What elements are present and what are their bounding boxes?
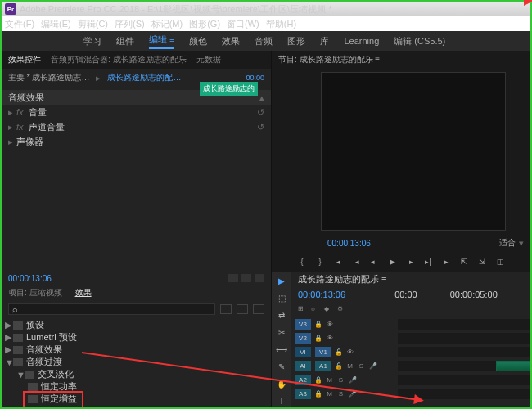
- track-label[interactable]: V2: [295, 333, 311, 344]
- effect-channel-volume[interactable]: ▸fx声道音量↺: [2, 119, 271, 134]
- pen-tool[interactable]: ✎: [275, 361, 288, 373]
- ws-cs55[interactable]: 编辑 (CS5.5): [394, 35, 445, 47]
- mute-icon[interactable]: M: [325, 375, 334, 384]
- export-frame-button[interactable]: ◫: [494, 256, 507, 267]
- track-lane[interactable]: [398, 333, 530, 344]
- lock-icon[interactable]: 🔒: [313, 334, 322, 343]
- icon-2[interactable]: [241, 274, 251, 282]
- mark-out-button[interactable]: }: [313, 256, 327, 267]
- menu-graphics[interactable]: 图形(G): [189, 18, 220, 30]
- goto-in-button[interactable]: |◂: [349, 256, 363, 267]
- track-label[interactable]: A3: [295, 389, 311, 399]
- timeline-timecode[interactable]: 00:00:13:06: [298, 290, 345, 299]
- ws-assembly[interactable]: 组件: [116, 35, 134, 47]
- mute-icon[interactable]: M: [325, 389, 334, 398]
- chevron-right-icon[interactable]: ▸: [8, 137, 13, 147]
- tab-audio-mixer[interactable]: 音频剪辑混合器: 成长路途励志的配乐: [51, 54, 187, 65]
- source-patch[interactable]: VI: [295, 347, 311, 357]
- chevron-down-icon[interactable]: ▼: [16, 370, 25, 380]
- eye-icon[interactable]: 👁: [345, 348, 354, 357]
- step-fwd-button[interactable]: ▸: [440, 256, 453, 267]
- track-label[interactable]: V1: [315, 347, 331, 357]
- lock-icon[interactable]: 🔒: [334, 362, 343, 371]
- play-button[interactable]: ▶: [385, 256, 399, 267]
- reset-icon[interactable]: ↺: [257, 107, 264, 118]
- mic-icon[interactable]: 🎤: [368, 362, 377, 371]
- slip-tool[interactable]: ⟷: [275, 344, 288, 356]
- track-v2[interactable]: V2🔒👁: [291, 331, 530, 344]
- breadcrumb-main[interactable]: 主要 * 成长路途励志…: [8, 72, 89, 83]
- ws-learn[interactable]: 学习: [83, 35, 101, 47]
- eye-icon[interactable]: 👁: [325, 320, 334, 329]
- razor-tool[interactable]: ✂: [275, 326, 288, 339]
- effect-panner[interactable]: ▸声像器: [2, 134, 271, 149]
- chevron-right-icon[interactable]: ▸: [8, 122, 13, 133]
- program-timecode[interactable]: 00:00:13:06: [327, 239, 371, 248]
- marker-icon[interactable]: ◆: [324, 305, 334, 313]
- menu-clip[interactable]: 剪辑(C): [78, 18, 108, 30]
- selection-tool[interactable]: ▶: [275, 275, 288, 287]
- snap-icon[interactable]: ⊞: [298, 305, 308, 313]
- track-lane[interactable]: [398, 375, 530, 385]
- lift-button[interactable]: ⇱: [458, 256, 471, 267]
- track-label[interactable]: A1: [315, 361, 331, 371]
- extract-button[interactable]: ⇲: [476, 256, 489, 267]
- preset-icon-3[interactable]: [253, 304, 264, 314]
- track-a2[interactable]: A2🔒MS🎤: [291, 373, 530, 386]
- source-timecode[interactable]: 00:00:13:06: [8, 274, 52, 283]
- chevron-down-icon[interactable]: ▾: [519, 238, 524, 249]
- breadcrumb-sub[interactable]: 成长路途励志的配…: [107, 72, 181, 83]
- track-v3[interactable]: V3🔒👁: [291, 317, 530, 330]
- ws-audio[interactable]: 音频: [255, 35, 273, 47]
- icon-1[interactable]: [228, 274, 238, 282]
- zoom-fit[interactable]: 适合: [499, 237, 516, 249]
- program-title[interactable]: 节目: 成长路途励志的配乐 ≡: [278, 54, 380, 65]
- lock-icon[interactable]: 🔒: [313, 320, 322, 329]
- track-v1[interactable]: VIV1🔒👁: [291, 345, 530, 358]
- solo-icon[interactable]: S: [336, 375, 345, 384]
- settings-icon[interactable]: ⚙: [337, 305, 347, 313]
- menu-sequence[interactable]: 序列(S): [115, 18, 145, 30]
- ws-editing[interactable]: 编辑: [149, 34, 174, 49]
- tree-audio-transitions[interactable]: ▼音频过渡: [2, 356, 271, 368]
- ripple-tool[interactable]: ⇄: [275, 309, 288, 321]
- icon-3[interactable]: [255, 274, 264, 282]
- step-back-button[interactable]: ◂: [331, 256, 345, 267]
- mark-in-button[interactable]: {: [295, 256, 309, 267]
- link-icon[interactable]: ⌾: [311, 305, 321, 313]
- chevron-right-icon[interactable]: ▶: [5, 332, 13, 343]
- track-lane[interactable]: [398, 361, 530, 371]
- lock-icon[interactable]: 🔒: [313, 389, 322, 398]
- solo-icon[interactable]: S: [357, 362, 366, 371]
- track-select-tool[interactable]: ⬚: [275, 292, 288, 304]
- program-viewer[interactable]: [321, 72, 506, 231]
- menu-marker[interactable]: 标记(M): [151, 18, 183, 30]
- mic-icon[interactable]: 🎤: [348, 375, 357, 384]
- tree-presets[interactable]: ▶预设: [2, 319, 271, 331]
- ws-color[interactable]: 颜色: [189, 35, 207, 47]
- audio-clip[interactable]: [496, 361, 532, 371]
- menu-file[interactable]: 文件(F): [5, 18, 34, 30]
- tab-project[interactable]: 项目: 压缩视频: [8, 287, 62, 299]
- tab-metadata[interactable]: 元数据: [196, 54, 221, 65]
- lock-icon[interactable]: 🔒: [334, 348, 343, 357]
- track-label[interactable]: V3: [295, 319, 311, 330]
- eye-icon[interactable]: 👁: [325, 334, 334, 343]
- tree-audio-effects[interactable]: ▶音频效果: [2, 344, 271, 356]
- ws-effects[interactable]: 效果: [222, 35, 240, 47]
- type-tool[interactable]: T: [275, 395, 288, 407]
- chevron-right-icon[interactable]: ▸: [8, 107, 13, 118]
- tree-constant-gain[interactable]: 恒定增益: [2, 393, 271, 405]
- time-ruler[interactable]: 00:00 00:00:05:00: [394, 290, 524, 299]
- mute-icon[interactable]: M: [345, 362, 354, 371]
- menu-help[interactable]: 帮助(H): [266, 18, 296, 30]
- frame-fwd-button[interactable]: |▸: [404, 256, 417, 267]
- menu-window[interactable]: 窗口(W): [227, 18, 259, 30]
- sequence-title[interactable]: 成长路途励志的配乐 ≡: [298, 273, 386, 285]
- lock-icon[interactable]: 🔒: [313, 375, 322, 384]
- preset-icon-1[interactable]: [220, 304, 232, 314]
- track-a1[interactable]: AIA1🔒MS🎤: [291, 359, 530, 372]
- track-lane[interactable]: [398, 319, 530, 330]
- tab-effect-controls[interactable]: 效果控件: [8, 54, 41, 65]
- tab-effects[interactable]: 效果: [75, 287, 92, 299]
